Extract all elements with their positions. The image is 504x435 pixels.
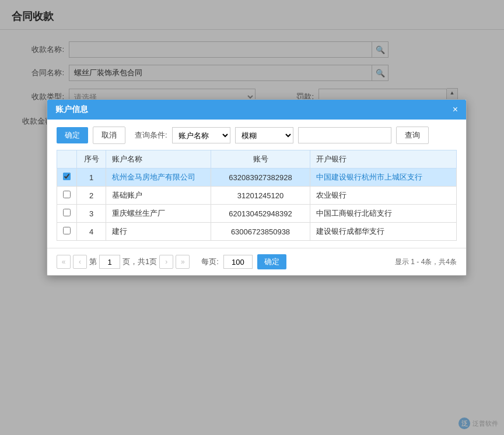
- account-table: 序号 账户名称 账号 开户银行 1杭州金马房地产有限公司632083927382…: [57, 150, 457, 241]
- row-checkbox-4[interactable]: [63, 227, 71, 234]
- display-info: 显示 1 - 4条，共4条: [395, 257, 457, 267]
- query-search-input[interactable]: [298, 127, 391, 143]
- row-bank-name: 建设银行成都华支行: [310, 223, 457, 241]
- col-bank-header: 开户银行: [310, 150, 457, 169]
- col-checkbox-header: [57, 150, 77, 169]
- modal-cancel-btn[interactable]: 取消: [93, 127, 125, 144]
- row-bank-name: 中国建设银行杭州市上城区支行: [310, 169, 457, 187]
- modal-footer: « ‹ 第 页，共1页 › » 每页: 确定 显示 1 - 4条，共4条: [47, 248, 466, 275]
- modal-header: 账户信息 ×: [47, 100, 466, 120]
- row-checkbox-1[interactable]: [63, 173, 71, 180]
- modal-toolbar: 确定 取消 查询条件: 账户名称 账号 开户银行 模糊 精确 查询: [57, 127, 457, 144]
- query-mode-select[interactable]: 模糊 精确: [235, 127, 293, 143]
- col-seq-header: 序号: [77, 150, 106, 169]
- table-row[interactable]: 2基础账户31201245120农业银行: [57, 187, 457, 205]
- page-num-input[interactable]: [99, 255, 120, 269]
- query-conditions-label: 查询条件:: [135, 130, 167, 141]
- row-account-number: 620130452948392: [211, 205, 310, 223]
- account-modal: 账户信息 × 确定 取消 查询条件: 账户名称 账号 开户银行 模糊 精确: [47, 99, 467, 276]
- table-row[interactable]: 1杭州金马房地产有限公司632083927382928中国建设银行杭州市上城区支…: [57, 169, 457, 187]
- row-checkbox-2[interactable]: [63, 191, 71, 198]
- row-account-name: 重庆螺丝生产厂: [106, 205, 211, 223]
- modal-confirm-btn[interactable]: 确定: [57, 127, 88, 143]
- row-account-number: 31201245120: [211, 187, 310, 205]
- query-btn[interactable]: 查询: [396, 127, 429, 144]
- row-seq: 1: [77, 169, 106, 187]
- row-seq: 2: [77, 187, 106, 205]
- table-row[interactable]: 3重庆螺丝生产厂620130452948392中国工商银行北碚支行: [57, 205, 457, 223]
- modal-title: 账户信息: [55, 104, 88, 115]
- query-field-select[interactable]: 账户名称 账号 开户银行: [172, 127, 230, 143]
- col-name-header: 账户名称: [106, 150, 211, 169]
- modal-body: 确定 取消 查询条件: 账户名称 账号 开户银行 模糊 精确 查询: [47, 120, 466, 248]
- row-account-number: 63006723850938: [211, 223, 310, 241]
- per-page-label: 每页:: [201, 257, 219, 267]
- modal-close-btn[interactable]: ×: [453, 105, 458, 114]
- pagination: « ‹ 第 页，共1页 › » 每页: 确定: [57, 254, 286, 269]
- page-last-btn[interactable]: »: [176, 255, 190, 269]
- row-bank-name: 中国工商银行北碚支行: [310, 205, 457, 223]
- row-checkbox-3[interactable]: [63, 209, 71, 216]
- page-total-text: 页，共1页: [123, 257, 157, 267]
- row-account-name: 杭州金马房地产有限公司: [106, 169, 211, 187]
- row-seq: 3: [77, 205, 106, 223]
- row-bank-name: 农业银行: [310, 187, 457, 205]
- page-prev-btn[interactable]: ‹: [73, 255, 87, 269]
- page-label: 第: [89, 257, 97, 267]
- col-account-header: 账号: [211, 150, 310, 169]
- row-account-number: 632083927382928: [211, 169, 310, 187]
- per-page-input[interactable]: [223, 255, 253, 269]
- row-seq: 4: [77, 223, 106, 241]
- table-row[interactable]: 4建行63006723850938建设银行成都华支行: [57, 223, 457, 241]
- page-next-btn[interactable]: ›: [159, 255, 173, 269]
- row-account-name: 基础账户: [106, 187, 211, 205]
- pagination-confirm-btn[interactable]: 确定: [257, 254, 286, 269]
- row-account-name: 建行: [106, 223, 211, 241]
- page-container: 合同收款 收款名称: 🔍 合同名称: 🔍 收款类型: 请选择 罚款: ▲: [0, 0, 504, 435]
- table-header-row: 序号 账户名称 账号 开户银行: [57, 150, 457, 169]
- page-first-btn[interactable]: «: [57, 255, 71, 269]
